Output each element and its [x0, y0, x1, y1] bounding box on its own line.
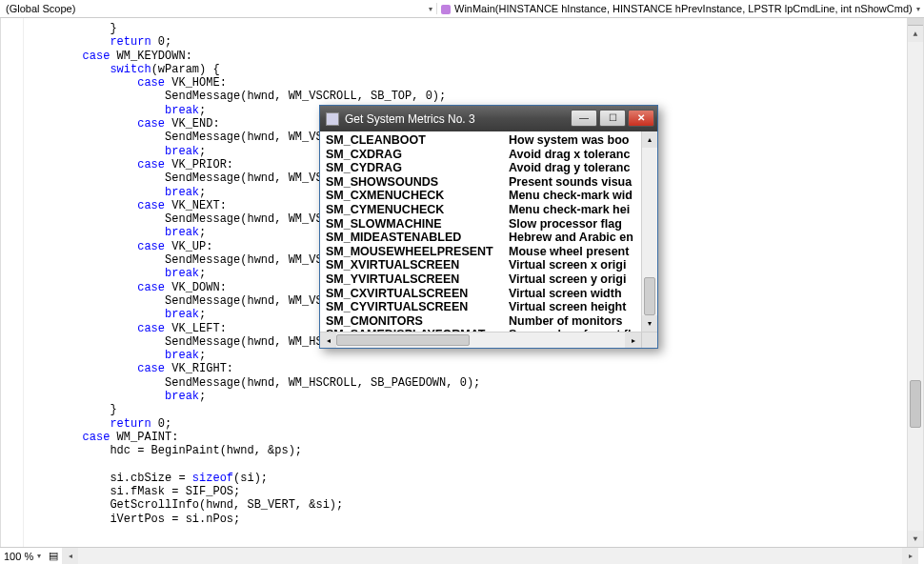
- metric-name: SM_CLEANBOOT: [326, 133, 509, 148]
- metric-name: SM_CXDRAG: [326, 148, 509, 162]
- scroll-thumb[interactable]: [910, 380, 921, 428]
- scroll-up-arrow-icon[interactable]: ▴: [642, 131, 657, 148]
- scope-label: (Global Scope): [6, 3, 75, 14]
- metric-desc: Avoid drag y toleranc: [509, 161, 641, 175]
- metric-name: SM_CYDRAG: [326, 161, 509, 175]
- chevron-down-icon: ▾: [429, 5, 432, 13]
- split-handle[interactable]: [908, 18, 923, 26]
- scroll-up-arrow-icon[interactable]: ▲: [908, 26, 923, 42]
- metric-desc: Virtual screen width: [509, 287, 641, 301]
- metric-name: SM_CYMENUCHECK: [326, 203, 509, 217]
- chevron-down-icon: ▾: [37, 552, 41, 560]
- metric-name: SM_XVIRTUALSCREEN: [326, 258, 509, 272]
- metric-name: SM_YVIRTUALSCREEN: [326, 272, 509, 287]
- minimize-button[interactable]: —: [571, 110, 597, 127]
- function-icon: [441, 5, 451, 14]
- chevron-down-icon: ▾: [916, 5, 920, 13]
- zoom-dropdown[interactable]: 100 % ▾: [4, 551, 41, 562]
- app-icon: [326, 112, 339, 126]
- scroll-thumb[interactable]: [336, 334, 470, 346]
- metric-desc: Virtual screen x origi: [509, 258, 641, 272]
- vertical-scrollbar[interactable]: ▲ ▼: [907, 18, 923, 547]
- metric-name: SM_CYVIRTUALSCREEN: [326, 300, 509, 314]
- function-dropdown[interactable]: WinMain(HINSTANCE hInstance, HINSTANCE h…: [436, 3, 920, 14]
- status-bar: 100 % ▾ ▤ ◂ ▸: [0, 547, 924, 564]
- metric-name: SM_CXMENUCHECK: [326, 189, 509, 203]
- scope-dropdown[interactable]: (Global Scope) ▾: [6, 3, 436, 14]
- popup-horizontal-scrollbar[interactable]: ◂ ▸: [320, 332, 657, 348]
- metric-name: SM_SLOWMACHINE: [326, 217, 509, 232]
- function-label: WinMain(HINSTANCE hInstance, HINSTANCE h…: [441, 3, 913, 14]
- zoom-value: 100 %: [4, 551, 33, 562]
- titlebar[interactable]: Get System Metrics No. 3 — ☐ ✕: [320, 106, 657, 131]
- metric-desc: Virtual screen height: [509, 300, 641, 314]
- metric-desc: Virtual screen y origi: [509, 272, 641, 287]
- popup-window: Get System Metrics No. 3 — ☐ ✕ SM_CLEANB…: [319, 105, 658, 349]
- scroll-down-arrow-icon[interactable]: ▼: [908, 531, 923, 547]
- scroll-thumb[interactable]: [644, 277, 655, 315]
- metric-desc: Menu check-mark wid: [509, 189, 641, 203]
- popup-vertical-scrollbar[interactable]: ▴ ▾: [641, 131, 657, 332]
- metric-name: SM_MOUSEWHEELPRESENT: [326, 245, 509, 259]
- scroll-left-arrow-icon[interactable]: ◂: [320, 332, 336, 348]
- metric-name: SM_SHOWSOUNDS: [326, 175, 509, 190]
- metric-desc: Same colour format fl: [509, 328, 641, 332]
- metric-desc: Avoid drag x toleranc: [509, 148, 641, 162]
- metric-desc: Hebrew and Arabic en: [509, 231, 641, 245]
- metric-desc: Mouse wheel present: [509, 245, 641, 259]
- scroll-down-arrow-icon[interactable]: ▾: [642, 315, 657, 332]
- navigation-bar: (Global Scope) ▾ WinMain(HINSTANCE hInst…: [0, 0, 924, 18]
- metric-name: SM_MIDEASTENABLED: [326, 231, 509, 245]
- metric-desc: How system was boo: [509, 133, 641, 148]
- metric-desc: Present sounds visua: [509, 175, 641, 190]
- view-toggle-icon[interactable]: ▤: [47, 550, 60, 562]
- metric-desc: Slow processor flag: [509, 217, 641, 232]
- popup-content[interactable]: SM_CLEANBOOTSM_CXDRAGSM_CYDRAGSM_SHOWSOU…: [320, 131, 641, 332]
- scroll-right-arrow-icon[interactable]: ▸: [625, 332, 641, 348]
- window-title: Get System Metrics No. 3: [345, 112, 569, 126]
- metric-name: SM_SAMEDISPLAYFORMAT: [326, 328, 509, 332]
- close-button[interactable]: ✕: [628, 110, 654, 127]
- scroll-left-arrow-icon[interactable]: ◂: [62, 548, 78, 564]
- metric-name: SM_CXVIRTUALSCREEN: [326, 287, 509, 301]
- metric-desc: Number of monitors: [509, 314, 641, 329]
- metric-name: SM_CMONITORS: [326, 314, 509, 329]
- scroll-right-arrow-icon[interactable]: ▸: [902, 548, 918, 564]
- resize-grip[interactable]: [641, 332, 657, 348]
- gutter: [1, 18, 24, 547]
- maximize-button[interactable]: ☐: [599, 110, 626, 127]
- horizontal-scrollbar[interactable]: ◂ ▸: [62, 548, 918, 564]
- metric-desc: Menu check-mark hei: [509, 203, 641, 217]
